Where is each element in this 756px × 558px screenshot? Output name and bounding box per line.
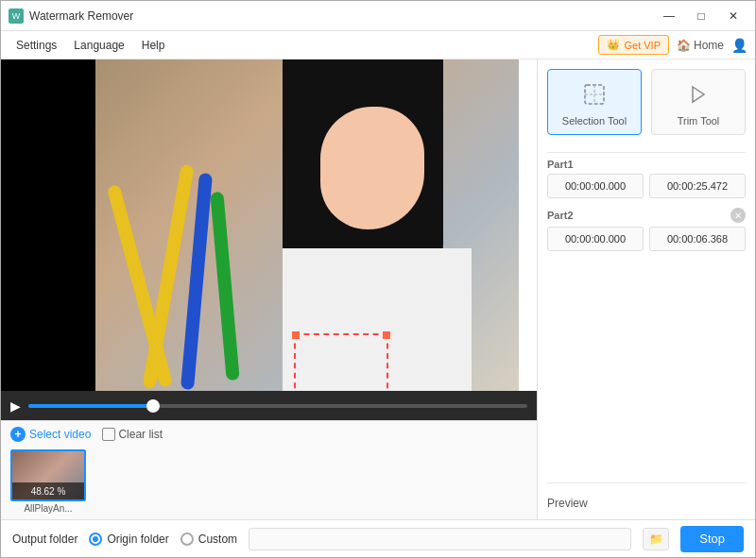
- home-icon: 🏠: [677, 39, 691, 52]
- trim-tool-button[interactable]: Trim Tool: [651, 69, 746, 135]
- video-area: [1, 59, 519, 391]
- left-panel: ▶ + Select video Clear list: [1, 59, 538, 519]
- home-button[interactable]: 🏠 Home: [677, 39, 724, 52]
- file-name: AllPlayAn...: [10, 503, 86, 514]
- file-items: 48.62 % AllPlayAn...: [10, 449, 527, 514]
- part2-row: Part2 ✕ 00:00:00.000 00:00:06.368: [547, 208, 746, 251]
- folder-icon: 📁: [649, 533, 663, 546]
- maximize-button[interactable]: □: [687, 6, 715, 26]
- checkbox-icon: [102, 428, 115, 441]
- custom-radio[interactable]: [180, 533, 194, 546]
- select-video-label: Select video: [29, 428, 91, 441]
- file-thumbnail: 48.62 %: [10, 449, 86, 501]
- part2-delete-button[interactable]: ✕: [730, 208, 746, 223]
- preview-label: Preview: [547, 497, 746, 510]
- custom-option[interactable]: Custom: [180, 533, 237, 546]
- video-girl-face: [320, 107, 424, 229]
- file-progress-overlay: 48.62 %: [12, 482, 84, 499]
- part1-row: Part1 00:00:00.000 00:00:25.472: [547, 159, 746, 198]
- home-label: Home: [694, 39, 724, 52]
- window-controls: — □ ✕: [655, 6, 747, 26]
- trim-tool-icon: [681, 77, 715, 111]
- right-panel: Selection Tool Trim Tool Par: [538, 59, 755, 519]
- divider-2: [547, 482, 746, 483]
- part2-start-input[interactable]: 00:00:00.000: [547, 227, 644, 251]
- app-icon: W: [9, 8, 24, 24]
- vip-label: Get VIP: [624, 40, 661, 51]
- app-title: Watermark Remover: [29, 9, 133, 23]
- vip-button[interactable]: 👑 Get VIP: [598, 35, 669, 55]
- selection-rectangle[interactable]: [294, 333, 388, 391]
- part2-header: Part2 ✕: [547, 208, 746, 223]
- bottom-bar: Output folder Origin folder Custom 📁 Sto…: [1, 519, 755, 557]
- clear-list-button[interactable]: Clear list: [102, 428, 163, 441]
- part2-label: Part2: [547, 210, 574, 221]
- origin-folder-radio[interactable]: [89, 533, 102, 546]
- close-button[interactable]: ✕: [719, 6, 747, 26]
- origin-folder-option[interactable]: Origin folder: [89, 533, 168, 546]
- app-window: W Watermark Remover — □ ✕ Settings Langu…: [0, 0, 756, 558]
- progress-thumb: [146, 399, 160, 413]
- stop-button[interactable]: Stop: [680, 526, 744, 552]
- menu-right: 👑 Get VIP 🏠 Home 👤: [598, 35, 747, 55]
- file-list-area: + Select video Clear list 48.62 %: [1, 420, 537, 519]
- part2-end-input[interactable]: 00:00:06.368: [649, 227, 746, 251]
- clear-list-label: Clear list: [118, 428, 163, 441]
- minimize-button[interactable]: —: [655, 6, 683, 26]
- part1-start-input[interactable]: 00:00:00.000: [547, 174, 644, 198]
- main-area: ▶ + Select video Clear list: [1, 59, 755, 519]
- progress-bar[interactable]: [28, 404, 527, 408]
- selection-tool-icon: [577, 77, 611, 111]
- file-item[interactable]: 48.62 % AllPlayAn...: [10, 449, 86, 514]
- folder-path-input[interactable]: [249, 528, 631, 550]
- file-progress-text: 48.62 %: [31, 486, 66, 497]
- selection-tool-label: Selection Tool: [562, 115, 627, 127]
- origin-folder-label: Origin folder: [107, 533, 168, 546]
- menu-bar: Settings Language Help 👑 Get VIP 🏠 Home …: [1, 31, 755, 59]
- sel-corner-tr: [383, 331, 390, 339]
- title-bar: W Watermark Remover — □ ✕: [1, 1, 755, 31]
- menu-language[interactable]: Language: [66, 35, 131, 56]
- menu-help[interactable]: Help: [134, 35, 173, 56]
- divider-1: [547, 152, 746, 153]
- menu-left: Settings Language Help: [9, 35, 172, 56]
- custom-label: Custom: [198, 533, 237, 546]
- part1-label: Part1: [547, 159, 574, 170]
- tools-row: Selection Tool Trim Tool: [547, 69, 746, 135]
- menu-settings[interactable]: Settings: [9, 35, 64, 56]
- progress-fill: [28, 404, 153, 408]
- title-bar-left: W Watermark Remover: [9, 8, 133, 24]
- file-list-header: + Select video Clear list: [10, 427, 527, 442]
- add-icon: +: [10, 427, 26, 442]
- output-folder-label: Output folder: [12, 533, 77, 546]
- select-video-button[interactable]: + Select video: [10, 427, 91, 442]
- video-controls: ▶: [1, 391, 537, 420]
- part1-end-input[interactable]: 00:00:25.472: [649, 174, 746, 198]
- part1-time-inputs: 00:00:00.000 00:00:25.472: [547, 174, 746, 198]
- play-button[interactable]: ▶: [10, 398, 21, 414]
- svg-marker-3: [693, 87, 704, 102]
- radio-dot: [93, 536, 98, 542]
- trim-tool-label: Trim Tool: [678, 115, 720, 127]
- user-icon[interactable]: 👤: [731, 38, 747, 53]
- crown-icon: 👑: [607, 39, 620, 51]
- part1-header: Part1: [547, 159, 746, 170]
- selection-tool-button[interactable]: Selection Tool: [547, 69, 642, 135]
- parts-section: Part1 00:00:00.000 00:00:25.472 Part: [547, 159, 746, 477]
- sel-corner-tl: [292, 331, 300, 339]
- part2-time-inputs: 00:00:00.000 00:00:06.368: [547, 227, 746, 251]
- browse-folder-button[interactable]: 📁: [643, 528, 669, 550]
